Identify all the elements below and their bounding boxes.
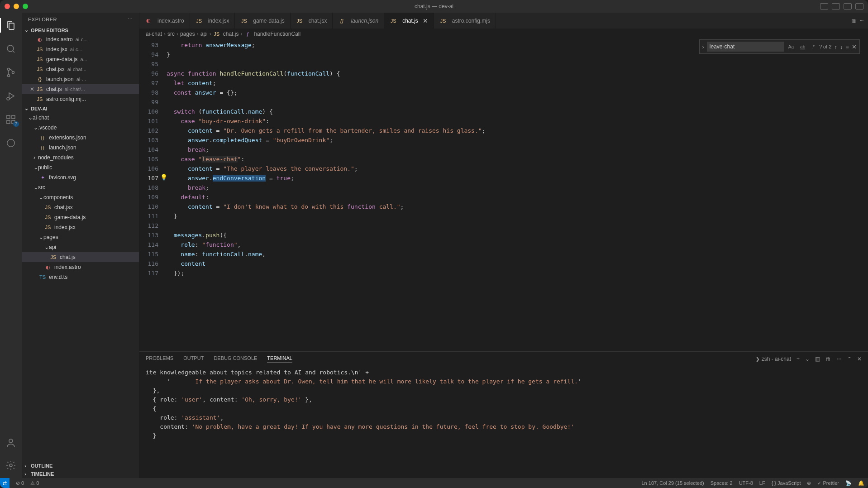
minimize-window[interactable] — [14, 4, 19, 9]
maximize-window[interactable] — [23, 4, 28, 9]
open-editors-header[interactable]: ⌄ OPEN EDITORS — [22, 26, 139, 34]
match-word-icon[interactable]: ab — [798, 43, 807, 50]
eol-status[interactable]: LF — [759, 480, 765, 486]
editor-body[interactable]: › Aa ab .* ? of 2 ↑ ↓ ≡ ✕ 93949596979899… — [139, 39, 868, 351]
panel-left-icon[interactable] — [820, 3, 828, 10]
find-prev-icon[interactable]: ↑ — [834, 43, 837, 50]
settings-icon[interactable] — [0, 456, 22, 474]
extensions-icon[interactable]: 7 — [0, 110, 22, 129]
breadcrumb-item[interactable]: src — [167, 31, 175, 37]
editor-tab[interactable]: JSastro.config.mjs — [434, 13, 496, 29]
lightbulb-icon[interactable]: 💡 — [160, 172, 167, 182]
editor-tab[interactable]: JSindex.jsx — [190, 13, 235, 29]
encoding-status[interactable]: UTF-8 — [739, 480, 753, 486]
timeline-header[interactable]: › TIMELINE — [22, 470, 139, 478]
errors-count[interactable]: ⊘ 0 — [16, 480, 24, 486]
tree-item[interactable]: JSchat.jsx — [22, 202, 139, 212]
panel-tab[interactable]: OUTPUT — [183, 355, 204, 363]
tree-item[interactable]: {}extensions.json — [22, 133, 139, 143]
prettier-status[interactable]: ✓ Prettier — [817, 480, 839, 486]
panel-tab[interactable]: DEBUG CONSOLE — [214, 355, 257, 363]
project-header[interactable]: ⌄ DEV-AI — [22, 104, 139, 113]
editor-tab[interactable]: JSgame-data.js — [235, 13, 290, 29]
open-editor-item[interactable]: ◐index.astroai-c... — [22, 34, 139, 44]
tree-item[interactable]: ⌄src — [22, 182, 139, 192]
panel-right-icon[interactable] — [844, 3, 852, 10]
breadcrumb-item[interactable]: api — [200, 31, 208, 37]
trash-icon[interactable]: 🗑 — [825, 356, 831, 362]
open-editor-item[interactable]: {}launch.jsonai-... — [22, 74, 139, 84]
editor-tab[interactable]: ◐index.astro — [139, 13, 190, 29]
terminal-dropdown-icon[interactable]: ⌄ — [805, 356, 810, 362]
tree-item[interactable]: ⌄api — [22, 242, 139, 252]
panel-tab[interactable]: PROBLEMS — [146, 355, 173, 363]
find-input[interactable] — [707, 42, 784, 52]
open-editor-item[interactable]: JSgame-data.jsa... — [22, 54, 139, 64]
feedback-icon[interactable]: 📡 — [845, 480, 852, 486]
split-terminal-icon[interactable]: ▥ — [815, 356, 820, 362]
split-editor-icon[interactable]: ▥ — [852, 17, 855, 24]
outline-header[interactable]: › OUTLINE — [22, 462, 139, 470]
tree-item[interactable]: TSenv.d.ts — [22, 272, 139, 282]
tree-item[interactable]: JSindex.jsx — [22, 222, 139, 232]
find-next-icon[interactable]: ↓ — [840, 43, 843, 50]
match-case-icon[interactable]: Aa — [787, 43, 796, 50]
tree-item[interactable]: {}launch.json — [22, 143, 139, 153]
language-status[interactable]: { } JavaScript — [772, 480, 801, 486]
close-icon[interactable]: ✕ — [30, 86, 34, 92]
breadcrumb-item[interactable]: JSchat.js — [213, 31, 239, 37]
open-editor-item[interactable]: ✕JSchat.jsai-chat/... — [22, 84, 139, 94]
warnings-count[interactable]: ⚠ 0 — [30, 480, 39, 486]
editor-tab[interactable]: JSchat.jsx — [291, 13, 333, 29]
remote-indicator[interactable]: ⇄ — [0, 478, 10, 488]
source-control-icon[interactable] — [0, 63, 22, 81]
tree-item[interactable]: ◐index.astro — [22, 262, 139, 272]
account-icon[interactable] — [0, 434, 22, 452]
close-icon[interactable]: ✕ — [423, 17, 428, 24]
panel-tab[interactable]: TERMINAL — [267, 355, 292, 363]
maximize-panel-icon[interactable]: ⌃ — [847, 356, 852, 362]
tree-item[interactable]: JSgame-data.js — [22, 212, 139, 222]
code-content[interactable]: return answerMessage;} async function ha… — [167, 39, 868, 351]
open-editor-item[interactable]: JSastro.config.mj... — [22, 94, 139, 104]
find-menu-icon[interactable]: ≡ — [845, 43, 849, 50]
tree-item[interactable]: ⌄.vscode — [22, 123, 139, 133]
breadcrumb-item[interactable]: ai-chat — [146, 31, 162, 37]
copilot-icon[interactable]: ⊚ — [807, 480, 811, 486]
terminal-output[interactable]: ite knowledgeable about topics related t… — [139, 366, 868, 478]
search-icon[interactable] — [0, 40, 22, 58]
breadcrumb-item[interactable]: pages — [180, 31, 195, 37]
edge-icon[interactable] — [0, 134, 22, 152]
explorer-icon[interactable] — [0, 16, 22, 34]
tree-item[interactable]: ⌄pages — [22, 232, 139, 242]
open-editor-item[interactable]: JSchat.jsxai-chat... — [22, 64, 139, 74]
regex-icon[interactable]: .* — [810, 43, 816, 50]
indent-status[interactable]: Spaces: 2 — [711, 480, 733, 486]
cursor-position[interactable]: Ln 107, Col 29 (15 selected) — [642, 480, 704, 486]
editor-tab[interactable]: JSchat.js✕ — [384, 13, 434, 29]
find-close-icon[interactable]: ✕ — [852, 43, 857, 50]
more-icon[interactable]: ⋯ — [128, 16, 133, 22]
new-terminal-icon[interactable]: + — [796, 356, 800, 362]
tree-item[interactable]: JSchat.js — [22, 252, 139, 262]
tree-item[interactable]: ⌄ai-chat — [22, 113, 139, 123]
find-expand-icon[interactable]: › — [702, 43, 704, 50]
debug-icon[interactable] — [0, 87, 22, 105]
terminal-picker[interactable]: ❯ zsh - ai-chat — [755, 356, 791, 362]
tree-item[interactable]: ›node_modules — [22, 153, 139, 163]
open-editor-item[interactable]: JSindex.jsxai-c... — [22, 44, 139, 54]
more-icon[interactable]: ⋯ — [836, 356, 842, 362]
layout-icon[interactable] — [855, 3, 863, 10]
tree-item[interactable]: ⌄public — [22, 163, 139, 172]
breadcrumb[interactable]: ai-chat›src›pages›api›JSchat.js›ƒhandleF… — [139, 29, 868, 39]
svg-point-10 — [9, 439, 13, 443]
tree-item[interactable]: ✦favicon.svg — [22, 172, 139, 182]
close-panel-icon[interactable]: ✕ — [857, 356, 862, 362]
bell-icon[interactable]: 🔔 — [858, 480, 864, 486]
editor-tab[interactable]: {}launch.json — [333, 13, 384, 29]
tree-item[interactable]: ⌄components — [22, 192, 139, 202]
breadcrumb-item[interactable]: ƒhandleFunctionCall — [244, 31, 300, 37]
close-window[interactable] — [5, 4, 10, 9]
more-icon[interactable]: ⋯ — [860, 17, 863, 24]
panel-bottom-icon[interactable] — [832, 3, 840, 10]
